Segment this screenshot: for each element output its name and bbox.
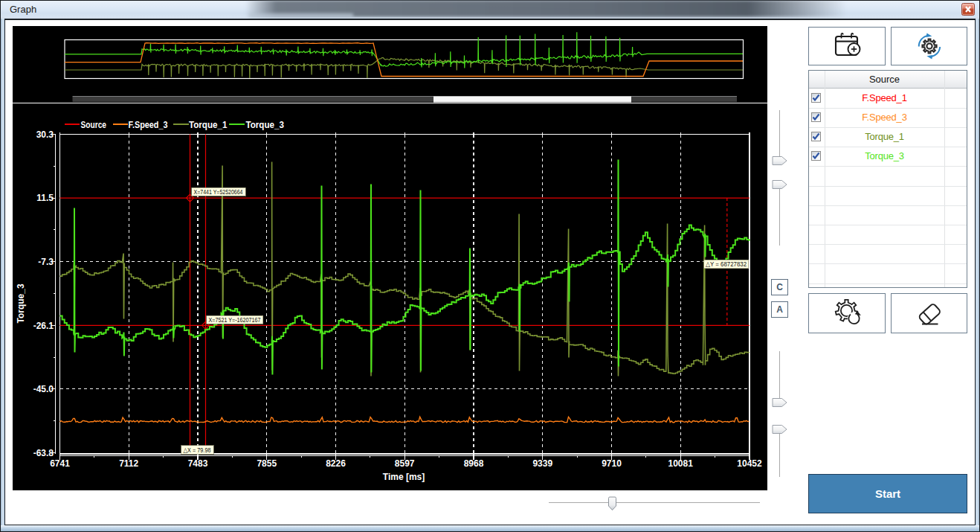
svg-text:6741: 6741 bbox=[50, 458, 70, 469]
svg-text:X=7441 Y=52520664: X=7441 Y=52520664 bbox=[194, 188, 243, 195]
svg-text:8226: 8226 bbox=[326, 458, 346, 469]
svg-text:F.Speed_3: F.Speed_3 bbox=[129, 119, 168, 129]
svg-text:7855: 7855 bbox=[257, 458, 277, 469]
svg-text:Torque_3: Torque_3 bbox=[246, 119, 285, 129]
svg-text:Source: Source bbox=[81, 119, 107, 129]
svg-text:10081: 10081 bbox=[668, 458, 694, 469]
svg-text:7112: 7112 bbox=[119, 458, 138, 469]
svg-text:-7.3: -7.3 bbox=[38, 256, 54, 266]
svg-text:30.3: 30.3 bbox=[36, 129, 54, 139]
svg-text:△Y = 68727832: △Y = 68727832 bbox=[706, 260, 747, 268]
svg-text:9339: 9339 bbox=[532, 458, 552, 469]
svg-text:-26.1: -26.1 bbox=[33, 320, 54, 330]
svg-text:11.5: 11.5 bbox=[36, 193, 54, 203]
svg-text:Torque_1: Torque_1 bbox=[189, 119, 228, 129]
svg-text:8968: 8968 bbox=[464, 458, 484, 469]
svg-text:8597: 8597 bbox=[395, 458, 415, 469]
svg-text:Torque_3: Torque_3 bbox=[16, 283, 26, 323]
svg-text:10452: 10452 bbox=[737, 458, 762, 469]
svg-text:7483: 7483 bbox=[188, 458, 208, 469]
svg-text:9710: 9710 bbox=[602, 458, 622, 469]
svg-text:-63.8: -63.8 bbox=[33, 447, 54, 458]
svg-text:△X = 79.98: △X = 79.98 bbox=[184, 446, 211, 453]
svg-text:X=7521 Y=-16207167: X=7521 Y=-16207167 bbox=[209, 315, 261, 323]
svg-text:Time [ms]: Time [ms] bbox=[383, 472, 425, 482]
svg-text:-45.0: -45.0 bbox=[33, 384, 54, 394]
